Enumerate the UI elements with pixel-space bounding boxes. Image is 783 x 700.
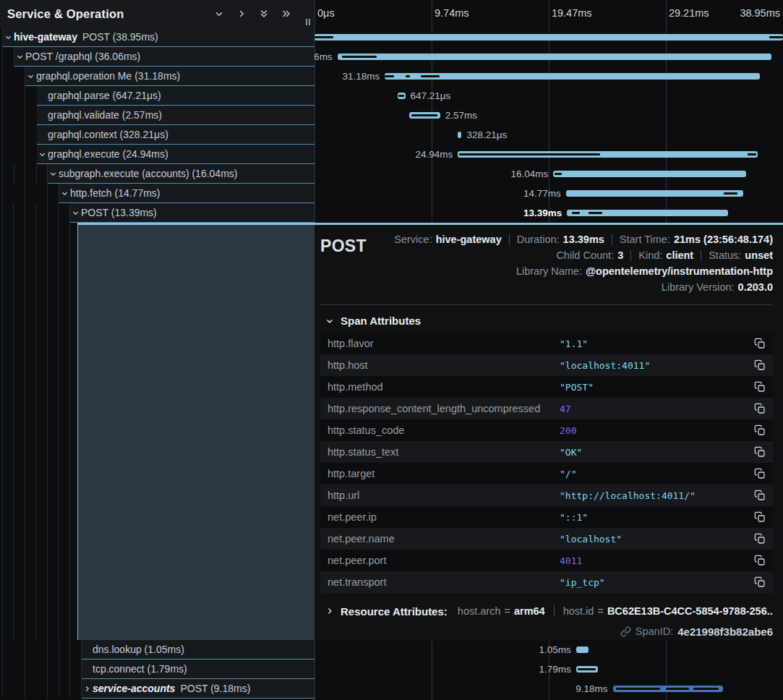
meta-label: Library Name: (516, 264, 582, 279)
copy-icon[interactable] (754, 468, 766, 479)
attribute-value: "ip_tcp" (560, 577, 754, 588)
span-tree-cell: hive-gatewayPOST (38.95ms) (0, 27, 315, 47)
span-duration-label: 1.05ms (539, 640, 571, 660)
chevron-down-icon[interactable] (70, 209, 81, 217)
span-row[interactable]: subgraph.execute (accounts) (16.04ms)16.… (0, 164, 783, 184)
span-bar[interactable] (613, 686, 724, 692)
timeline-tick: 38.95ms (740, 0, 780, 26)
attribute-row: http.host"localhost:4011" (320, 354, 773, 376)
meta-value: hive-gateway (436, 232, 502, 247)
span-duration-label: 16.04ms (510, 164, 548, 184)
link-icon[interactable] (620, 626, 631, 637)
panel-resize-handle[interactable] (306, 19, 310, 25)
divider (320, 304, 773, 305)
copy-icon[interactable] (754, 490, 766, 501)
span-row[interactable]: tcp.connect (1.79ms)1.79ms (0, 660, 783, 679)
copy-icon[interactable] (754, 381, 766, 393)
span-bar-segment (406, 75, 410, 77)
span-tree-body: http.fetch (14.77ms) (59, 184, 315, 203)
attribute-row: http.status_code200 (320, 419, 773, 441)
span-tree-body: graphql.validate (2.57ms) (37, 106, 315, 125)
span-tree-cell: service-accountsPOST (9.18ms) (0, 679, 315, 699)
span-bar[interactable] (398, 93, 406, 99)
indent-guides (0, 125, 37, 145)
copy-icon[interactable] (754, 403, 766, 414)
attribute-value: 200 (560, 425, 754, 436)
span-bar[interactable] (566, 190, 744, 197)
span-tree-body: POST /graphql (36.06ms) (14, 47, 315, 67)
span-bar[interactable] (338, 54, 771, 60)
meta-value: unset (745, 248, 773, 263)
span-row[interactable]: POST /graphql (36.06ms)36.06ms (0, 47, 783, 67)
copy-icon[interactable] (754, 533, 766, 545)
span-bar[interactable] (576, 666, 598, 673)
copy-icon[interactable] (754, 424, 766, 436)
span-bar[interactable] (567, 210, 728, 216)
span-row[interactable]: graphql.operation Me (31.18ms)31.18ms (0, 67, 783, 86)
copy-icon[interactable] (754, 555, 766, 566)
meta-value: client (666, 248, 693, 263)
span-attributes-toggle[interactable]: Span Attributes (325, 315, 773, 327)
attribute-key: net.peer.name (328, 533, 560, 545)
copy-icon[interactable] (754, 338, 766, 349)
span-row[interactable]: hive-gatewayPOST (38.95ms)38.95ms (0, 27, 783, 47)
span-tree-cell: http.fetch (14.77ms) (0, 184, 315, 203)
span-row[interactable]: graphql.execute (24.94ms)24.94ms (0, 145, 783, 164)
double-chevron-right-icon[interactable] (281, 9, 291, 19)
span-row[interactable]: dns.lookup (1.05ms)1.05ms (0, 640, 783, 660)
chevron-down-icon[interactable] (3, 33, 14, 41)
span-row[interactable]: graphql.validate (2.57ms)2.57ms (0, 106, 783, 125)
indent-guides (0, 145, 37, 164)
copy-icon[interactable] (754, 576, 766, 588)
double-chevron-down-icon[interactable] (259, 9, 269, 19)
indent-guides (0, 640, 82, 660)
span-bar[interactable] (409, 112, 440, 119)
attribute-value: "OK" (560, 447, 754, 458)
span-bar[interactable] (315, 34, 783, 40)
span-row[interactable]: graphql.context (328.21μs)328.21μs (0, 125, 783, 145)
span-row[interactable]: graphql.parse (647.21μs)647.21μs (0, 86, 783, 106)
span-bar[interactable] (576, 646, 589, 653)
span-bar[interactable] (385, 73, 760, 80)
attribute-key: http.host (328, 359, 560, 371)
attribute-row: http.flavor"1.1" (320, 333, 773, 354)
span-bar-segment (385, 75, 394, 77)
resource-attributes-row[interactable]: Resource Attributes:host.arch=arm64host.… (325, 602, 773, 620)
chevron-down-icon[interactable] (59, 189, 70, 197)
chevron-down-icon[interactable] (48, 170, 59, 178)
span-bar[interactable] (553, 171, 746, 177)
copy-icon[interactable] (754, 511, 766, 523)
chevron-down-icon[interactable] (25, 72, 36, 80)
span-row[interactable]: http.fetch (14.77ms)14.77ms (0, 184, 783, 203)
span-tree-cell: dns.lookup (1.05ms) (0, 640, 315, 660)
span-bar-segment (421, 75, 440, 77)
copy-icon[interactable] (754, 446, 766, 458)
span-bar[interactable] (458, 151, 758, 158)
span-bar[interactable] (458, 132, 461, 138)
copy-icon[interactable] (754, 359, 766, 371)
span-tree-cell: subgraph.execute (accounts) (16.04ms) (0, 164, 315, 184)
chevron-down-icon[interactable] (214, 9, 224, 19)
operation-label: tcp.connect (1.79ms) (93, 663, 187, 675)
attribute-row: net.peer.name"localhost" (320, 528, 773, 550)
resource-value: arm64 (514, 605, 545, 617)
attribute-key: http.flavor (328, 338, 560, 349)
equals-sign: = (597, 605, 603, 617)
attribute-value: 47 (560, 404, 754, 414)
span-tree-body: tcp.connect (1.79ms) (82, 660, 315, 679)
span-duration-label: 14.77ms (523, 184, 561, 203)
span-row[interactable]: service-accountsPOST (9.18ms)9.18ms (0, 679, 783, 699)
span-row[interactable]: POST (13.39ms)13.39ms (0, 203, 783, 223)
span-timeline-cell: 9.18ms (315, 679, 783, 699)
indent-guides (0, 106, 37, 125)
operation-label: dns.lookup (1.05ms) (93, 644, 184, 655)
attribute-key: http.method (328, 381, 560, 393)
chevron-down-icon[interactable] (37, 150, 48, 158)
trace-header: Service & Operation 0μs9.74ms19.47ms29.2… (0, 0, 783, 27)
chevron-right-icon[interactable] (236, 9, 247, 19)
span-timeline-cell: 2.57ms (315, 106, 783, 125)
operation-label: graphql.operation Me (31.18ms) (36, 70, 180, 82)
attribute-row: http.status_text"OK" (320, 441, 773, 463)
chevron-down-icon[interactable] (14, 53, 25, 61)
chevron-right-icon[interactable] (82, 685, 93, 693)
